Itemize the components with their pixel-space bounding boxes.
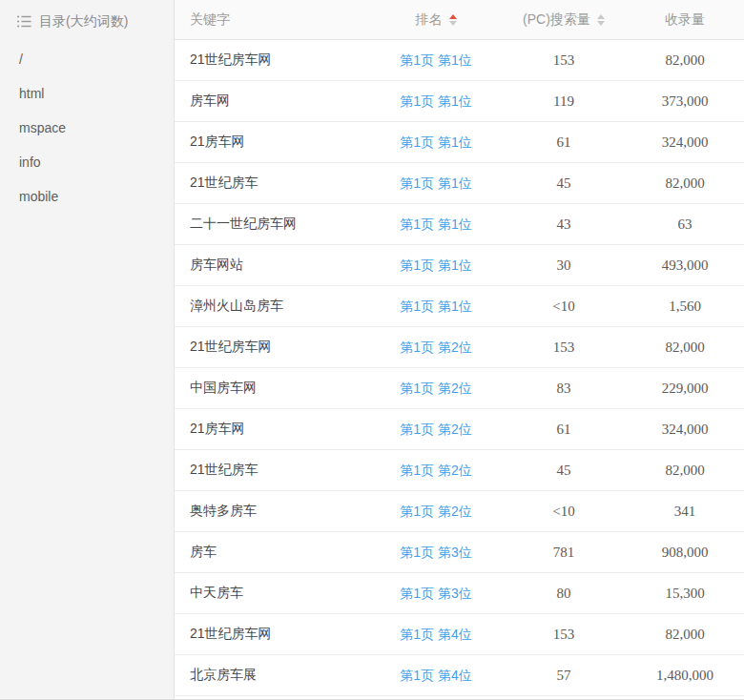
table-row: 21世纪房车第1页 第2位4582,000 bbox=[175, 450, 744, 491]
index-volume-cell: 229,000 bbox=[627, 381, 743, 397]
seo-keyword-rank-page: 目录(大约词数) / html mspace info mobile 关键字 排… bbox=[0, 0, 744, 700]
column-header-rank-label: 排名 bbox=[416, 11, 443, 29]
search-volume-cell: 45 bbox=[501, 463, 627, 479]
rank-link[interactable]: 第1页 第1位 bbox=[400, 216, 471, 232]
sort-control-rank[interactable] bbox=[449, 14, 457, 26]
rank-link[interactable]: 第1页 第1位 bbox=[400, 257, 471, 273]
search-volume-cell: 30 bbox=[501, 257, 627, 274]
keyword-cell: 21世纪房车网 bbox=[175, 339, 371, 356]
search-volume-cell: 80 bbox=[501, 586, 627, 602]
keyword-cell: 房车 bbox=[175, 544, 371, 561]
keyword-cell: 21世纪房车 bbox=[175, 462, 371, 479]
table-row: 21房车网第1页 第2位61324,000 bbox=[175, 409, 744, 450]
rank-link[interactable]: 第1页 第3位 bbox=[400, 545, 471, 560]
search-volume-cell: 43 bbox=[501, 216, 627, 233]
search-volume-cell: 61 bbox=[501, 422, 627, 438]
search-volume-cell: <10 bbox=[501, 299, 627, 315]
index-volume-cell: 324,000 bbox=[627, 134, 743, 151]
index-volume-cell: 82,000 bbox=[627, 175, 743, 192]
rank-link[interactable]: 第1页 第2位 bbox=[400, 422, 471, 437]
rank-link[interactable]: 第1页 第2位 bbox=[400, 381, 471, 396]
table-header-row: 关键字 排名 (PC)搜索量 收录量 bbox=[175, 0, 744, 40]
search-volume-cell: 61 bbox=[501, 134, 627, 151]
rank-link[interactable]: 第1页 第1位 bbox=[400, 175, 471, 191]
keyword-cell: 21世纪房车网 bbox=[175, 51, 371, 69]
column-header-index-volume-label: 收录量 bbox=[665, 11, 705, 29]
keyword-cell: 奥特多房车 bbox=[175, 503, 371, 520]
rank-cell: 第1页 第1位 bbox=[371, 257, 501, 275]
sidebar-item-html[interactable]: html bbox=[17, 76, 174, 111]
index-volume-cell: 63 bbox=[627, 216, 743, 233]
rank-link[interactable]: 第1页 第4位 bbox=[400, 668, 471, 683]
sidebar-item-mspace[interactable]: mspace bbox=[17, 111, 174, 145]
table-row: 奥特多房车第1页 第2位<10341 bbox=[175, 491, 744, 532]
index-volume-cell: 1,560 bbox=[627, 299, 743, 315]
index-volume-cell: 82,000 bbox=[627, 463, 743, 479]
rank-link[interactable]: 第1页 第2位 bbox=[400, 504, 471, 519]
sidebar-item-info[interactable]: info bbox=[17, 145, 174, 179]
rank-cell: 第1页 第2位 bbox=[371, 462, 501, 480]
index-volume-cell: 82,000 bbox=[627, 52, 743, 69]
sort-asc-icon[interactable] bbox=[449, 14, 457, 19]
search-volume-cell: 153 bbox=[501, 627, 627, 643]
list-icon bbox=[17, 15, 31, 28]
column-header-keyword: 关键字 bbox=[175, 11, 371, 29]
rank-link[interactable]: 第1页 第3位 bbox=[400, 586, 471, 601]
sidebar: 目录(大约词数) / html mspace info mobile bbox=[0, 0, 175, 699]
rank-cell: 第1页 第2位 bbox=[371, 503, 501, 521]
rank-link[interactable]: 第1页 第2位 bbox=[400, 340, 471, 355]
index-volume-cell: 493,000 bbox=[627, 257, 743, 274]
rank-link[interactable]: 第1页 第1位 bbox=[400, 52, 471, 68]
keyword-table: 关键字 排名 (PC)搜索量 收录量 21世纪房车网第1页 第1位15382,0… bbox=[175, 0, 744, 699]
sidebar-header: 目录(大约词数) bbox=[17, 12, 174, 30]
rank-link[interactable]: 第1页 第1位 bbox=[400, 134, 471, 150]
search-volume-cell: 57 bbox=[501, 668, 627, 684]
rank-link[interactable]: 第1页 第4位 bbox=[400, 627, 471, 642]
rank-cell: 第1页 第3位 bbox=[371, 585, 501, 603]
table-row: 漳州火山岛房车第1页 第1位<101,560 bbox=[175, 286, 744, 327]
rank-cell: 第1页 第2位 bbox=[371, 339, 501, 357]
rank-link[interactable]: 第1页 第2位 bbox=[400, 463, 471, 478]
table-row: 北京房车展第1页 第4位571,480,000 bbox=[175, 655, 744, 696]
keyword-cell: 中国房车网 bbox=[175, 380, 371, 397]
rank-cell: 第1页 第1位 bbox=[371, 134, 501, 152]
rank-cell: 第1页 第1位 bbox=[371, 175, 501, 193]
keyword-cell: 北京房车展 bbox=[175, 667, 371, 684]
rank-cell: 第1页 第1位 bbox=[371, 216, 501, 234]
search-volume-cell: 153 bbox=[501, 340, 627, 356]
search-volume-cell: 119 bbox=[501, 93, 627, 110]
table-row: 中国房车网第1页 第2位83229,000 bbox=[175, 368, 744, 409]
keyword-cell: 21世纪房车网 bbox=[175, 626, 371, 643]
rank-cell: 第1页 第1位 bbox=[371, 298, 501, 316]
sidebar-item-root[interactable]: / bbox=[17, 42, 174, 76]
rank-cell: 第1页 第1位 bbox=[371, 93, 501, 111]
keyword-cell: 21世纪房车 bbox=[175, 175, 371, 192]
sidebar-item-mobile[interactable]: mobile bbox=[17, 179, 174, 214]
column-header-rank[interactable]: 排名 bbox=[371, 11, 501, 29]
table-row: 21房车网第1页 第1位61324,000 bbox=[175, 122, 744, 163]
rank-link[interactable]: 第1页 第1位 bbox=[400, 93, 471, 109]
keyword-cell: 漳州火山岛房车 bbox=[175, 298, 371, 315]
sort-desc-icon[interactable] bbox=[597, 21, 605, 26]
table-row: 21世纪房车网第1页 第1位15382,000 bbox=[175, 40, 744, 81]
rank-cell: 第1页 第3位 bbox=[371, 544, 501, 562]
column-header-search-volume[interactable]: (PC)搜索量 bbox=[501, 11, 627, 29]
rank-link[interactable]: 第1页 第1位 bbox=[400, 299, 471, 314]
keyword-cell: 21房车网 bbox=[175, 134, 371, 151]
table-body: 21世纪房车网第1页 第1位15382,000房车网第1页 第1位119373,… bbox=[175, 40, 744, 699]
keyword-cell: 房车网站 bbox=[175, 257, 371, 274]
table-row: 二十一世纪房车网第1页 第1位4363 bbox=[175, 204, 744, 245]
table-row: 房车网站第1页 第1位30493,000 bbox=[175, 245, 744, 286]
table-row: 21世纪房车第1页 第1位4582,000 bbox=[175, 163, 744, 204]
keyword-cell: 二十一世纪房车网 bbox=[175, 216, 371, 233]
keyword-cell: 房车网 bbox=[175, 93, 371, 110]
search-volume-cell: 781 bbox=[501, 545, 627, 561]
rank-cell: 第1页 第1位 bbox=[371, 51, 501, 70]
sort-control-search-volume[interactable] bbox=[597, 14, 605, 26]
table-row: 21世纪房车网第1页 第2位15382,000 bbox=[175, 327, 744, 368]
rank-cell: 第1页 第4位 bbox=[371, 667, 501, 685]
column-header-keyword-label: 关键字 bbox=[190, 11, 230, 29]
sort-asc-icon[interactable] bbox=[597, 14, 605, 19]
table-row: 房车第1页 第3位781908,000 bbox=[175, 532, 744, 573]
sort-desc-icon[interactable] bbox=[449, 21, 457, 26]
